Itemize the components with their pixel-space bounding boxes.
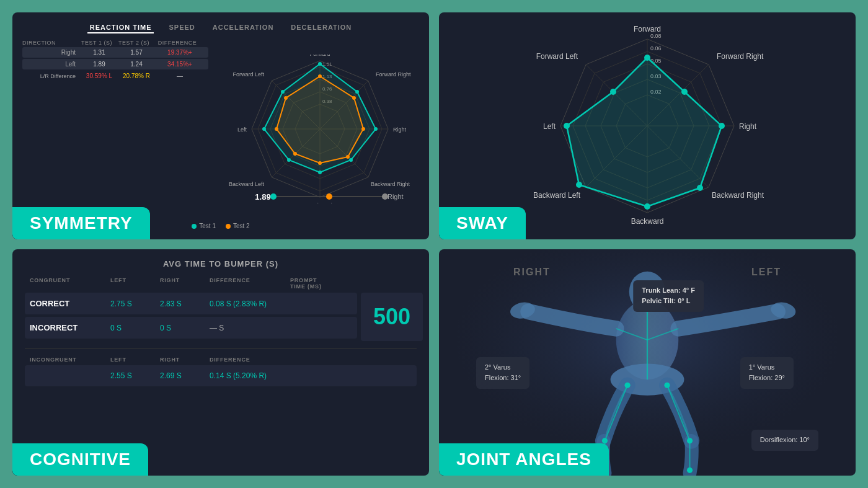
right-incong: 2.69 S bbox=[160, 371, 210, 380]
col-test1: TEST 1 (S) bbox=[78, 40, 115, 46]
tab-reaction-time[interactable]: REACTION TIME bbox=[87, 22, 154, 33]
diff-left: 34.15%+ bbox=[155, 61, 205, 68]
svg-point-33 bbox=[361, 127, 365, 131]
svg-text:0.08: 0.08 bbox=[650, 33, 662, 39]
sway-label: SWAY bbox=[439, 207, 526, 239]
test1-left: 1.89 bbox=[81, 61, 118, 68]
tab-speed[interactable]: SPEED bbox=[166, 22, 197, 33]
label-correct: CORRECT bbox=[30, 299, 110, 308]
cog-row-incongruent: 2.55 S 2.69 S 0.14 S (5.20% R) bbox=[25, 365, 417, 386]
radar-value: 1.89 bbox=[255, 192, 270, 202]
svg-point-24 bbox=[355, 90, 359, 94]
col-difference: DIFFERENCE bbox=[210, 277, 290, 291]
cognitive-panel: AVG TIME TO BUMPER (S) CONGRUENT LEFT RI… bbox=[12, 249, 429, 476]
svg-text:Right: Right bbox=[393, 126, 407, 133]
col-prompt: PROMPTTIME (MS) bbox=[290, 277, 352, 291]
test2-right: 1.57 bbox=[118, 49, 155, 56]
right-correct: 2.83 S bbox=[160, 299, 210, 308]
svg-text:Left: Left bbox=[543, 122, 556, 131]
svg-point-35 bbox=[318, 161, 322, 165]
sym-row-right: Right 1.31 1.57 19.37%+ bbox=[22, 47, 208, 58]
svg-point-37 bbox=[275, 127, 278, 131]
dorsiflexion-card: Dorsiflexion: 10° bbox=[751, 430, 818, 451]
legend-label-test2: Test 2 bbox=[233, 223, 250, 229]
left-incorrect: 0 S bbox=[110, 324, 160, 332]
symmetry-radar: Forward Forward Right Right Backward Rig… bbox=[215, 38, 425, 220]
svg-point-62 bbox=[644, 55, 650, 61]
symmetry-tabs: REACTION TIME SPEED ACCELERATION DECELER… bbox=[22, 22, 419, 33]
svg-point-38 bbox=[284, 96, 288, 100]
svg-point-36 bbox=[293, 152, 297, 156]
left-label: LEFT bbox=[751, 267, 781, 278]
test1-lrdiff: 30.59% L bbox=[81, 73, 118, 79]
right-flexion: Flexion: 29° bbox=[749, 373, 785, 384]
dir-lrdiff: L/R Difference bbox=[25, 73, 81, 79]
cognitive-content: AVG TIME TO BUMPER (S) CONGRUENT LEFT RI… bbox=[12, 249, 429, 476]
right-knee-card: 1° Varus Flexion: 29° bbox=[740, 357, 794, 389]
diff-incorrect: — S bbox=[210, 324, 290, 332]
svg-point-84 bbox=[664, 382, 670, 388]
symmetry-label: SYMMETRY bbox=[12, 207, 150, 239]
legend-dot-test1 bbox=[192, 224, 197, 229]
col-diff2: DIFFERENCE bbox=[210, 357, 290, 363]
svg-text:Right: Right bbox=[739, 122, 757, 131]
svg-text:Backward Right: Backward Right bbox=[712, 191, 764, 200]
svg-point-23 bbox=[318, 62, 322, 66]
test1-right: 1.31 bbox=[81, 49, 118, 56]
svg-text:Forward Right: Forward Right bbox=[717, 52, 764, 61]
dir-right: Right bbox=[25, 49, 81, 56]
tab-acceleration[interactable]: ACCELERATION bbox=[210, 22, 277, 33]
svg-text:Backward: Backward bbox=[631, 217, 664, 226]
svg-point-31 bbox=[318, 74, 322, 78]
label-incorrect: INCORRECT bbox=[30, 323, 110, 332]
cog-row-incorrect: INCORRECT 0 S 0 S — S bbox=[25, 317, 357, 339]
svg-text:Forward: Forward bbox=[634, 25, 661, 33]
diff-correct: 0.08 S (2.83% R) bbox=[210, 299, 290, 308]
cog-incongruent-header: INCONGRUENT LEFT RIGHT DIFFERENCE bbox=[25, 354, 417, 365]
tab-deceleration[interactable]: DECELERATION bbox=[288, 22, 354, 33]
svg-point-69 bbox=[610, 89, 616, 95]
test2-lrdiff: 20.78% R bbox=[118, 73, 155, 79]
col-left2: LEFT bbox=[110, 357, 160, 363]
cog-title: AVG TIME TO BUMPER (S) bbox=[25, 259, 417, 268]
sway-content: Forward Forward Right Right Backward Rig… bbox=[439, 12, 856, 239]
dorsiflexion-val: Dorsiflexion: 10° bbox=[760, 435, 810, 446]
svg-point-86 bbox=[687, 438, 693, 443]
svg-marker-61 bbox=[567, 58, 722, 206]
sway-panel: Forward Forward Right Right Backward Rig… bbox=[439, 12, 856, 239]
test2-left: 1.24 bbox=[118, 61, 155, 68]
cognitive-label: COGNITIVE bbox=[12, 443, 148, 476]
svg-text:Forward: Forward bbox=[309, 55, 330, 57]
prompt-box: 500 bbox=[361, 293, 423, 341]
radar-right-label: Right bbox=[388, 193, 404, 200]
svg-text:Backward Left: Backward Left bbox=[533, 191, 581, 200]
left-knee-card: 2° Varus Flexion: 31° bbox=[476, 357, 529, 389]
col-left: LEFT bbox=[110, 277, 160, 291]
svg-point-63 bbox=[681, 89, 688, 95]
col-congruent: CONGRUENT bbox=[30, 277, 110, 291]
right-varus: 1° Varus bbox=[749, 362, 785, 373]
svg-point-34 bbox=[346, 155, 350, 159]
prompt-value: 500 bbox=[373, 304, 410, 330]
legend-dot-test2 bbox=[226, 224, 231, 229]
sym-table-header: DIRECTION TEST 1 (S) TEST 2 (S) DIFFEREN… bbox=[22, 38, 208, 47]
svg-point-27 bbox=[318, 171, 322, 174]
col-incongruent: INCONGRUENT bbox=[30, 357, 110, 363]
svg-point-28 bbox=[287, 158, 291, 162]
col-direction: DIRECTION bbox=[22, 40, 78, 46]
svg-text:Backward: Backward bbox=[308, 202, 332, 203]
svg-text:Left: Left bbox=[237, 126, 247, 133]
dir-left: Left bbox=[25, 61, 81, 68]
svg-point-32 bbox=[352, 96, 356, 100]
svg-point-88 bbox=[687, 467, 693, 472]
col-right: RIGHT bbox=[160, 277, 210, 291]
svg-point-68 bbox=[564, 123, 570, 129]
svg-text:Forward Left: Forward Left bbox=[536, 52, 578, 61]
svg-point-85 bbox=[602, 438, 608, 443]
svg-point-83 bbox=[624, 382, 630, 388]
right-incorrect: 0 S bbox=[160, 324, 210, 332]
left-varus: 2° Varus bbox=[485, 362, 521, 373]
left-correct: 2.75 S bbox=[110, 299, 160, 308]
symmetry-content: REACTION TIME SPEED ACCELERATION DECELER… bbox=[12, 12, 429, 239]
svg-point-25 bbox=[374, 127, 378, 131]
